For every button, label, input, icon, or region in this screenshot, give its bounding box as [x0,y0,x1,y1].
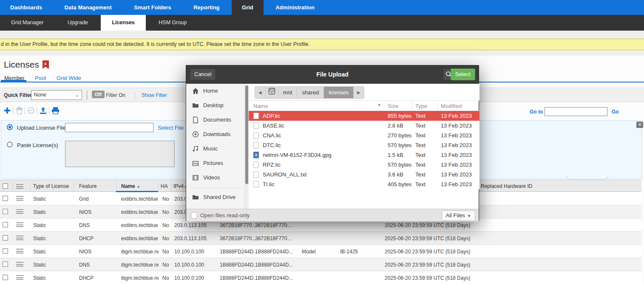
upload-icon[interactable] [39,107,48,115]
path-forward-icon[interactable]: ▶ [354,87,364,98]
file-row[interactable]: BASE.lic 2.8 kB Text 13 Feb 2023 [249,121,479,131]
quick-filter-select[interactable]: None ⌄ [31,90,82,100]
file-row[interactable]: RPZ.lic 570 bytes Text 13 Feb 2023 [249,160,479,170]
row-checkbox[interactable] [3,248,8,254]
row-checkbox[interactable] [3,275,8,280]
tab-grid-wide[interactable]: Grid Wide [57,75,81,81]
upload-file-radio[interactable] [7,124,13,130]
row-checkbox[interactable] [3,235,8,241]
paste-license-label: Paste License(s) [17,142,58,148]
cell-feature: DNS [79,262,90,268]
add-icon[interactable] [3,107,12,115]
nav-grid[interactable]: Grid [232,0,264,15]
nav-smart-folders[interactable]: Smart Folders [124,0,181,15]
file-size: 270 bytes [388,132,411,139]
row-menu-icon[interactable] [16,209,23,214]
select-file-button[interactable]: Select File [158,125,184,131]
path-mnt[interactable]: mnt [278,87,298,98]
col-replaced-hardware-id[interactable]: Replaced Hardware ID [481,183,532,189]
bookmark-icon[interactable]: + [43,60,49,68]
document-icon [192,116,199,123]
row-menu-icon[interactable] [16,236,23,240]
row-checkbox[interactable] [3,222,8,227]
cell-type: Static [33,262,46,268]
path-shared[interactable]: shared [297,87,324,98]
place-desktop[interactable]: Desktop [186,98,244,113]
scrollbar-thumb[interactable] [245,85,248,184]
paste-license-radio[interactable] [7,142,13,148]
filter-on-label: Filter On [106,92,125,98]
row-checkbox[interactable] [3,196,8,201]
place-home[interactable]: Home [186,84,244,98]
cell-ha: No [162,249,169,255]
nav-reporting[interactable]: Reporting [183,0,230,15]
print-icon[interactable] [51,107,60,115]
cell-ipv4: 10.100.0.100 [174,249,204,255]
readonly-checkbox[interactable] [191,212,197,219]
goto-label: Go to [530,109,543,115]
table-row[interactable]: Static NIOS ibgm.techblue.net No 10.100.… [0,245,641,258]
row-checkbox[interactable] [3,209,8,214]
path-back-icon[interactable]: ◀ [255,87,266,98]
select-button[interactable]: Select [451,68,475,80]
file-col-type[interactable]: Type [415,103,427,109]
col-name[interactable]: Name▲ [121,183,140,189]
nav-grid-manager[interactable]: Grid Manager [0,15,54,31]
table-menu-icon[interactable] [16,184,23,189]
col-feature[interactable]: Feature [79,183,96,189]
file-row[interactable]: DTC.lic 570 bytes Text 13 Feb 2023 [249,140,479,150]
go-button[interactable]: Go [612,109,619,115]
file-icon [253,132,259,139]
row-menu-icon[interactable] [16,196,23,201]
nav-licenses[interactable]: Licenses [101,15,146,31]
file-icon [253,113,259,119]
file-col-modified[interactable]: Modified [441,103,462,109]
col-ha[interactable]: HA [161,183,168,189]
upload-file-input[interactable] [65,123,153,132]
path-licenses[interactable]: licenses [324,87,354,98]
panel-collapse-handle[interactable] [567,176,608,179]
place-shared-drive[interactable]: Shared Drive [186,190,244,204]
col-type-of-license[interactable]: Type of License [33,183,69,189]
cell-expiry: 2025-06-20 23:59:59 UTC (518 Days) [385,262,470,268]
place-music[interactable]: Music [186,142,244,156]
nav-data-management[interactable]: Data Management [54,0,122,15]
warning-text: d in the User Profile, but the time zone… [1,39,310,50]
place-pictures[interactable]: Pictures [186,156,244,170]
file-row[interactable]: TI.lic 405 bytes Text 13 Feb 2023 [249,179,479,189]
row-menu-icon[interactable] [16,222,23,227]
table-row[interactable]: Static DHCP extibns.techblue.net No 203.… [0,232,641,245]
sidebar-scrollbar[interactable] [245,84,249,209]
row-menu-icon[interactable] [16,275,23,280]
paste-license-textarea[interactable] [65,141,175,167]
file-col-size[interactable]: Size [388,103,398,109]
close-panel-icon[interactable]: ✕ [636,122,643,128]
place-documents[interactable]: Documents [186,113,244,127]
row-menu-icon[interactable] [16,249,23,253]
file-row[interactable]: CNA.lic 270 bytes Text 13 Feb 2023 [249,131,479,140]
file-type-filter[interactable]: All Files▼ [442,210,475,221]
file-col-name[interactable]: Name [253,103,268,109]
file-row[interactable]: netmri-VM-6152-F3D34.gpg 1.5 kB Text 13 … [249,150,479,160]
place-downloads[interactable]: Downloads [186,127,244,142]
table-row[interactable]: Static DNS ibgm.techblue.net No 10.100.0… [0,258,641,271]
table-row[interactable]: Static DHCP ibgm.techblue.net No 10.100.… [0,271,641,284]
cell-type: Static [33,196,46,202]
nav-dashboards[interactable]: Dashboards [0,0,52,15]
nav-hsm-group[interactable]: HSM Group [148,15,198,31]
place-videos[interactable]: Videos [186,170,244,185]
file-icon [253,152,259,158]
select-all-checkbox[interactable] [3,183,8,189]
tab-pool[interactable]: Pool [35,75,46,81]
file-row[interactable]: ADP.lic 855 bytes Text 13 Feb 2023 [249,111,479,121]
show-filter-link[interactable]: Show Filter [142,92,167,98]
nav-upgrade[interactable]: Upgrade [57,15,99,31]
nav-administration[interactable]: Administration [265,0,325,15]
filter-toggle-button[interactable]: Off [92,91,105,98]
drive-icon[interactable] [266,87,278,98]
row-menu-icon[interactable] [16,262,23,267]
row-checkbox[interactable] [3,261,8,267]
file-row[interactable]: SAURON_ALL.txt 3.6 kB Text 13 Feb 2023 [249,170,479,179]
cell-feature: NIOS [79,209,91,215]
goto-input[interactable] [545,107,607,116]
